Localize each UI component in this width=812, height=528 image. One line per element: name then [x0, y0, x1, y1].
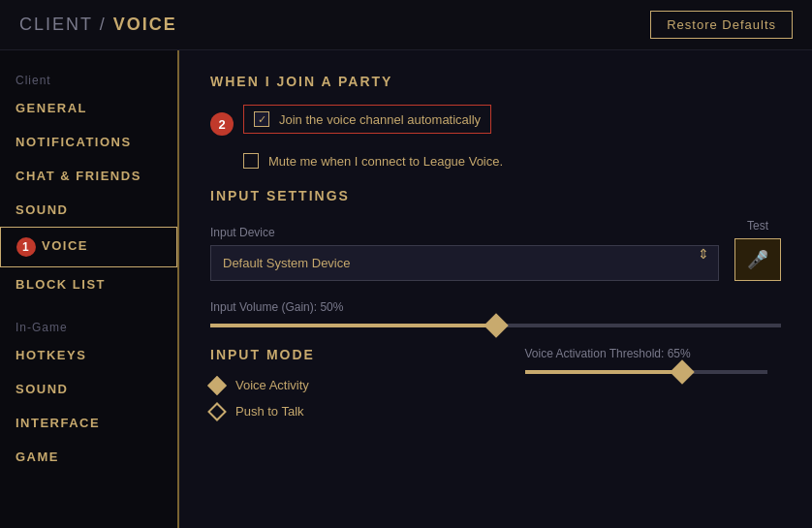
push-to-talk-diamond-icon: [207, 402, 227, 421]
volume-section: Input Volume (Gain): 50%: [210, 300, 781, 327]
main-layout: Client GENERAL NOTIFICATIONS CHAT & FRIE…: [0, 50, 812, 528]
sidebar-section-client: Client: [0, 66, 177, 91]
sidebar-item-notifications[interactable]: NOTIFICATIONS: [0, 125, 177, 159]
join-voice-checkbox-row[interactable]: Join the voice channel automatically: [243, 105, 491, 134]
test-button-wrapper: Test 🎤: [734, 219, 781, 281]
title-prefix: CLIENT /: [19, 15, 113, 34]
input-device-select[interactable]: Default System Device: [210, 245, 719, 281]
title-main: VOICE: [113, 15, 177, 34]
voice-activity-diamond-icon: [207, 376, 227, 395]
join-voice-row: 2 Join the voice channel automatically: [210, 105, 781, 143]
input-settings-section: INPUT SETTINGS Input Device Default Syst…: [210, 188, 781, 327]
sidebar-item-hotkeys[interactable]: HOTKEYS: [0, 338, 177, 372]
input-mode-right: Voice Activation Threshold: 65%: [525, 347, 782, 430]
volume-slider-track[interactable]: [210, 324, 781, 327]
sidebar-section-ingame: In-Game: [0, 313, 177, 338]
header: CLIENT / VOICE Restore Defaults: [0, 0, 812, 50]
push-to-talk-label: Push to Talk: [235, 404, 304, 419]
threshold-slider-fill: [525, 370, 683, 374]
voice-activity-option[interactable]: Voice Activity: [210, 378, 467, 392]
input-device-label: Input Device: [210, 226, 719, 239]
badge-1: 1: [16, 237, 36, 257]
sidebar-item-game[interactable]: GAME: [0, 440, 177, 474]
sidebar-item-block-list[interactable]: BLOCK LIST: [0, 267, 177, 301]
sidebar-item-sound[interactable]: SOUND: [0, 193, 177, 227]
sidebar-item-voice[interactable]: 1VOICE: [0, 227, 177, 267]
input-device-row: Input Device Default System Device ⇕ Tes…: [210, 219, 781, 281]
sidebar-item-interface[interactable]: INTERFACE: [0, 406, 177, 440]
main-content: WHEN I JOIN A PARTY 2 Join the voice cha…: [179, 50, 812, 528]
mute-checkbox[interactable]: [243, 153, 259, 169]
mute-label: Mute me when I connect to League Voice.: [268, 154, 503, 169]
sidebar: Client GENERAL NOTIFICATIONS CHAT & FRIE…: [0, 50, 179, 528]
threshold-slider-track[interactable]: [525, 370, 767, 374]
sidebar-item-general[interactable]: GENERAL: [0, 91, 177, 125]
microphone-icon: 🎤: [747, 249, 768, 270]
input-settings-title: INPUT SETTINGS: [210, 188, 781, 203]
voice-activity-label: Voice Activity: [235, 378, 309, 392]
restore-defaults-button[interactable]: Restore Defaults: [650, 11, 793, 39]
input-mode-title: INPUT MODE: [210, 347, 467, 362]
test-label: Test: [734, 219, 781, 233]
volume-slider-thumb[interactable]: [484, 313, 508, 337]
volume-slider-fill: [210, 324, 496, 327]
input-mode-section: INPUT MODE Voice Activity Push to Talk V…: [210, 347, 781, 430]
input-mode-left: INPUT MODE Voice Activity Push to Talk: [210, 347, 467, 430]
device-select-wrapper: Input Device Default System Device ⇕: [210, 226, 719, 281]
mute-checkbox-row[interactable]: Mute me when I connect to League Voice.: [243, 153, 781, 169]
join-voice-checkbox[interactable]: [254, 111, 269, 127]
threshold-slider-thumb[interactable]: [670, 359, 694, 384]
when-join-party-title: WHEN I JOIN A PARTY: [210, 74, 781, 89]
threshold-label: Voice Activation Threshold: 65%: [525, 347, 782, 360]
test-button[interactable]: 🎤: [734, 238, 781, 281]
page-title: CLIENT / VOICE: [19, 15, 177, 35]
join-voice-label: Join the voice channel automatically: [279, 112, 481, 127]
sidebar-item-sound-ingame[interactable]: SOUND: [0, 372, 177, 406]
badge-2: 2: [210, 112, 234, 136]
sidebar-item-chat-friends[interactable]: CHAT & FRIENDS: [0, 159, 177, 193]
push-to-talk-option[interactable]: Push to Talk: [210, 404, 467, 419]
